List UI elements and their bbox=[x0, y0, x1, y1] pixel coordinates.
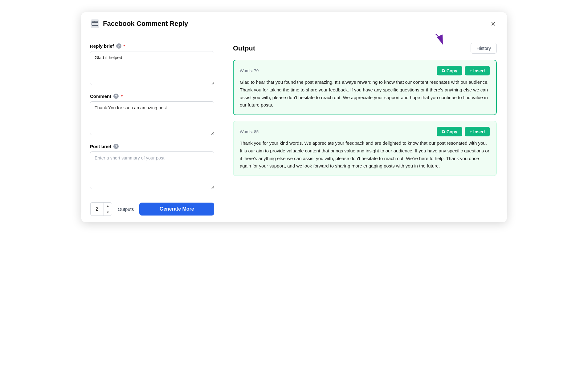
output-text-1: Glad to hear that you found the post ama… bbox=[240, 79, 490, 109]
generate-more-button[interactable]: Generate More bbox=[139, 203, 214, 216]
copy-label-2: Copy bbox=[447, 129, 457, 134]
output-text-2: Thank you for your kind words. We apprec… bbox=[240, 139, 490, 170]
post-brief-group: Post brief ? bbox=[90, 144, 214, 190]
stepper-value: 2 bbox=[90, 203, 104, 216]
modal-body: Reply brief ? * Glad it helped Comment ?… bbox=[81, 34, 507, 222]
copy-button-2[interactable]: ⧉ Copy bbox=[437, 127, 462, 136]
stepper-down-button[interactable]: ▼ bbox=[104, 209, 112, 216]
word-count-2: Words: 85 bbox=[240, 129, 259, 134]
title-row: Facebook Comment Reply bbox=[91, 19, 188, 28]
modal: Facebook Comment Reply × Reply brief ? *… bbox=[81, 12, 507, 222]
copy-button-1[interactable]: ⧉ Copy bbox=[437, 66, 462, 75]
copy-label-1: Copy bbox=[447, 68, 457, 73]
modal-title: Facebook Comment Reply bbox=[103, 20, 188, 28]
close-button[interactable]: × bbox=[489, 19, 497, 28]
reply-brief-label: Reply brief ? * bbox=[90, 43, 214, 49]
stepper-up-button[interactable]: ▲ bbox=[104, 203, 112, 209]
word-count-1: Words: 70 bbox=[240, 68, 259, 73]
copy-icon-2: ⧉ bbox=[442, 129, 445, 134]
output-header: Output History bbox=[233, 43, 497, 54]
comment-group: Comment ? * Thank You for such an amazin… bbox=[90, 94, 214, 136]
insert-button-2[interactable]: + Insert bbox=[465, 127, 490, 136]
output-card-1: Words: 70 ⧉ Copy + Insert Glad to hear t… bbox=[233, 60, 497, 115]
reply-brief-help-icon[interactable]: ? bbox=[116, 43, 121, 49]
reply-brief-label-text: Reply brief bbox=[90, 43, 114, 49]
right-panel: Output History bbox=[223, 34, 507, 222]
post-brief-help-icon[interactable]: ? bbox=[113, 144, 119, 149]
left-footer: 2 ▲ ▼ Outputs Generate More bbox=[90, 198, 214, 216]
insert-label-2: + Insert bbox=[470, 129, 485, 134]
post-brief-input[interactable] bbox=[90, 151, 214, 189]
reply-brief-input[interactable]: Glad it helped bbox=[90, 51, 214, 85]
post-brief-label-text: Post brief bbox=[90, 144, 111, 149]
outputs-stepper[interactable]: 2 ▲ ▼ bbox=[90, 202, 112, 216]
comment-required: * bbox=[121, 94, 123, 99]
output-title: Output bbox=[233, 44, 255, 52]
left-panel: Reply brief ? * Glad it helped Comment ?… bbox=[81, 34, 223, 222]
card-2-actions: ⧉ Copy + Insert bbox=[437, 127, 490, 136]
svg-point-3 bbox=[94, 22, 95, 22]
comment-help-icon[interactable]: ? bbox=[113, 94, 119, 99]
insert-label-1: + Insert bbox=[470, 68, 485, 73]
comment-label: Comment ? * bbox=[90, 94, 214, 99]
comment-input[interactable]: Thank You for such an amazing post. bbox=[90, 101, 214, 135]
arrow-annotation bbox=[398, 34, 447, 49]
outputs-label: Outputs bbox=[118, 207, 134, 212]
copy-icon-1: ⧉ bbox=[442, 68, 445, 73]
history-button[interactable]: History bbox=[471, 43, 497, 54]
stepper-arrows: ▲ ▼ bbox=[104, 203, 112, 216]
modal-header: Facebook Comment Reply × bbox=[81, 12, 507, 34]
output-card-2: Words: 85 ⧉ Copy + Insert Thank you for … bbox=[233, 121, 497, 176]
output-card-2-header: Words: 85 ⧉ Copy + Insert bbox=[240, 127, 490, 136]
reply-brief-required: * bbox=[124, 43, 125, 49]
title-icon bbox=[91, 19, 99, 28]
comment-label-text: Comment bbox=[90, 94, 111, 99]
output-card-1-header: Words: 70 ⧉ Copy + Insert bbox=[240, 66, 490, 75]
insert-button-1[interactable]: + Insert bbox=[465, 66, 490, 75]
reply-brief-group: Reply brief ? * Glad it helped bbox=[90, 43, 214, 86]
post-brief-label: Post brief ? bbox=[90, 144, 214, 149]
card-1-actions: ⧉ Copy + Insert bbox=[437, 66, 490, 75]
svg-point-2 bbox=[93, 22, 93, 22]
